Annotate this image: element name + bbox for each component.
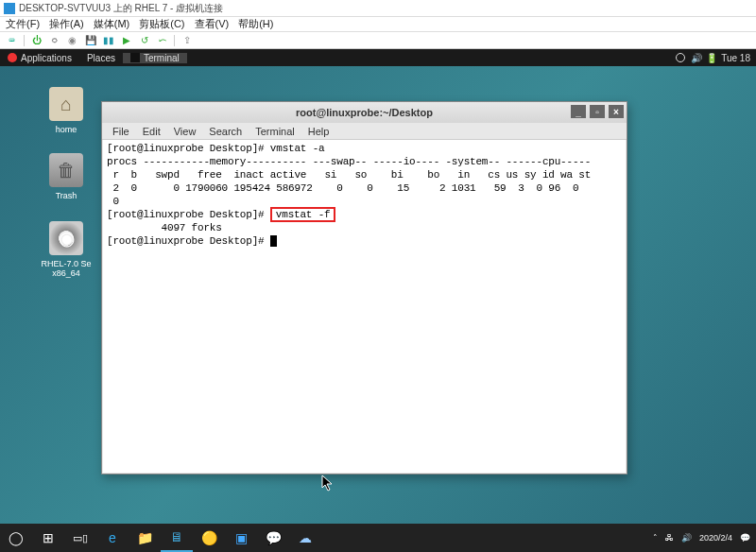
host-menu-action[interactable]: 操作(A) (49, 17, 84, 31)
chrome-icon[interactable]: 🟡 (193, 524, 225, 552)
cortana-icon[interactable]: ⊞ (32, 524, 64, 552)
taskview-icon[interactable]: ▭▯ (64, 524, 96, 552)
minimize-button[interactable]: _ (571, 105, 586, 118)
highlighted-command: vmstat -f (270, 207, 336, 222)
start-icon[interactable]: ⏻ (30, 34, 43, 46)
term-menu-edit[interactable]: Edit (136, 126, 167, 137)
dvd-label: RHEL-7.0 Se x86_64 (38, 259, 94, 278)
applications-label: Applications (21, 53, 72, 63)
revert-icon[interactable]: ⤺ (156, 34, 168, 46)
clock[interactable]: Tue 18 (721, 53, 750, 63)
terminal-window: root@linuxprobe:~/Desktop _ ▫ × File Edi… (101, 101, 627, 474)
trash-label: Trash (38, 191, 94, 200)
notifications-icon[interactable]: 💬 (740, 533, 750, 543)
terminal-menubar: File Edit View Search Terminal Help (102, 123, 627, 140)
term-menu-search[interactable]: Search (202, 126, 249, 137)
system-tray: ˄ 🖧 🔊 2020/2/4 💬 (653, 533, 756, 543)
edge-icon[interactable]: e (96, 524, 129, 552)
share-icon[interactable]: ⇪ (180, 34, 193, 46)
terminal-cursor (270, 235, 277, 247)
tray-date[interactable]: 2020/2/4 (699, 533, 732, 543)
pause-icon[interactable]: ▮▮ (102, 34, 114, 46)
terminal-task-label: Terminal (144, 53, 180, 63)
trash-icon: 🗑 (49, 153, 83, 187)
host-menu-media[interactable]: 媒体(M) (94, 17, 130, 31)
tray-network-icon[interactable]: 🖧 (665, 533, 674, 543)
explorer-icon[interactable]: 📁 (129, 524, 161, 552)
term-menu-help[interactable]: Help (301, 126, 336, 137)
tray-chevron-up-icon[interactable]: ˄ (653, 533, 658, 543)
checkpoint-icon[interactable]: ↺ (138, 34, 150, 46)
wechat-icon[interactable]: 💬 (257, 524, 289, 552)
applications-menu[interactable]: Applications (0, 53, 79, 63)
terminal-titlebar[interactable]: root@linuxprobe:~/Desktop _ ▫ × (102, 102, 627, 123)
close-button[interactable]: × (609, 105, 624, 118)
windows-taskbar: ◯ ⊞ ▭▯ e 📁 🖥 🟡 ▣ 💬 ☁ ˄ 🖧 🔊 2020/2/4 💬 (0, 524, 756, 552)
terminal-icon (130, 53, 140, 62)
app-icon-1[interactable]: ▣ (225, 524, 257, 552)
desktop-icon-home[interactable]: ⌂ home (38, 87, 94, 134)
turnoff-icon[interactable]: ⭘ (48, 34, 60, 46)
host-menu-view[interactable]: 查看(V) (195, 17, 230, 31)
maximize-button[interactable]: ▫ (590, 105, 605, 118)
term-menu-terminal[interactable]: Terminal (249, 126, 301, 137)
start-button[interactable]: ◯ (0, 524, 32, 552)
host-menu-clipboard[interactable]: 剪贴板(C) (139, 17, 184, 31)
dvd-icon: ◉ (49, 221, 83, 255)
places-menu[interactable]: Places (79, 53, 123, 63)
desktop-icon-dvd[interactable]: ◉ RHEL-7.0 Se x86_64 (38, 221, 94, 278)
save-icon[interactable]: 💾 (84, 34, 96, 46)
reset-icon[interactable]: ▶ (120, 34, 132, 46)
host-menu-file[interactable]: 文件(F) (6, 17, 40, 31)
hyperv-icon (4, 3, 15, 14)
home-folder-icon: ⌂ (49, 87, 83, 121)
terminal-body[interactable]: [root@linuxprobe Desktop]# vmstat -a pro… (103, 140, 626, 473)
hyperv-task-icon[interactable]: 🖥 (161, 524, 193, 552)
app-icon-2[interactable]: ☁ (289, 524, 321, 552)
gnome-top-bar: Applications Places Terminal 🔊 🔋 Tue 18 (0, 49, 756, 66)
host-title: DESKTOP-SVTVUU3 上的 RHEL 7 - 虚拟机连接 (19, 2, 223, 15)
guest-desktop: Applications Places Terminal 🔊 🔋 Tue 18 … (0, 49, 756, 524)
home-label: home (38, 125, 94, 134)
term-menu-file[interactable]: File (106, 126, 136, 137)
term-menu-view[interactable]: View (167, 126, 203, 137)
redhat-icon (8, 53, 17, 62)
terminal-title: root@linuxprobe:~/Desktop (296, 107, 433, 118)
desktop-icon-trash[interactable]: 🗑 Trash (38, 153, 94, 200)
terminal-task[interactable]: Terminal (123, 53, 187, 63)
a11y-icon[interactable] (676, 53, 685, 62)
host-toolbar: ⌨ ⏻ ⭘ ◉ 💾 ▮▮ ▶ ↺ ⤺ ⇪ (0, 32, 756, 49)
shutdown-icon[interactable]: ◉ (66, 34, 78, 46)
battery-icon[interactable]: 🔋 (706, 53, 715, 62)
host-titlebar: DESKTOP-SVTVUU3 上的 RHEL 7 - 虚拟机连接 (0, 0, 756, 17)
tray-volume-icon[interactable]: 🔊 (681, 533, 692, 543)
volume-icon[interactable]: 🔊 (691, 53, 700, 62)
host-menubar: 文件(F) 操作(A) 媒体(M) 剪贴板(C) 查看(V) 帮助(H) (0, 17, 756, 32)
host-menu-help[interactable]: 帮助(H) (238, 17, 273, 31)
mouse-cursor-icon (321, 474, 335, 492)
ctrl-alt-del-icon[interactable]: ⌨ (6, 34, 18, 46)
